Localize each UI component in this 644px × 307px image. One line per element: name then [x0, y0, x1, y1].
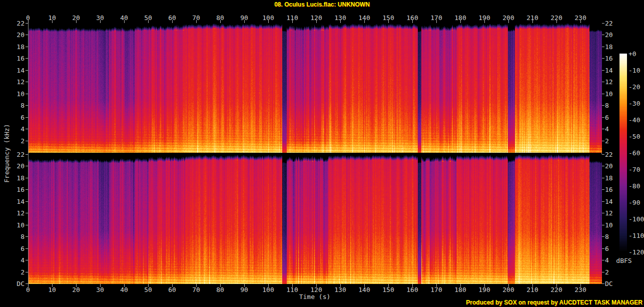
freq-tick-mark: [26, 105, 28, 106]
freq-tick-mark: [602, 283, 604, 284]
freq-tick-label: 2: [10, 138, 25, 144]
freq-tick-mark: [602, 178, 604, 178]
freq-tick-mark: [26, 47, 28, 47]
freq-tick-label: 4: [10, 126, 25, 132]
freq-tick-label: 2: [10, 269, 25, 275]
colorbar-tick-label: -120: [628, 249, 644, 255]
freq-tick-mark: [26, 201, 28, 202]
colorbar-tick-label: -20: [628, 84, 640, 90]
time-tick-label: 10: [48, 286, 56, 293]
time-tick-label: 30: [96, 286, 104, 293]
freq-tick-mark: [602, 154, 604, 155]
freq-tick-mark: [602, 248, 604, 249]
freq-tick-mark: [602, 141, 604, 141]
freq-tick-label: 6: [10, 114, 25, 121]
time-tick-label: 130: [334, 286, 346, 293]
freq-tick-mark: [602, 70, 604, 71]
freq-tick-label: 16: [605, 186, 613, 193]
freq-tick-mark: [26, 117, 28, 118]
colorbar-tick-label: -60: [628, 150, 640, 156]
colorbar-tick-label: -30: [628, 100, 640, 107]
freq-tick-mark: [26, 166, 28, 166]
colorbar-tick-label: -10: [628, 67, 640, 74]
freq-tick-label: 20: [605, 32, 613, 38]
freq-tick-mark: [26, 141, 28, 141]
freq-tick-label: 14: [10, 67, 25, 74]
time-tick-label: 90: [240, 286, 248, 293]
time-tick-label: 40: [120, 286, 128, 293]
freq-tick-label: 6: [10, 245, 25, 252]
time-tick-label: 100: [262, 286, 274, 293]
freq-tick-label: 8: [605, 233, 609, 240]
freq-tick-label: 12: [10, 210, 25, 216]
freq-tick-label: 22: [605, 20, 613, 27]
freq-tick-mark: [602, 129, 604, 129]
freq-tick-label: 2: [605, 269, 609, 275]
freq-tick-label: 18: [605, 44, 613, 50]
freq-tick-mark: [26, 236, 28, 237]
spectrogram-left-channel: [29, 23, 602, 153]
freq-tick-mark: [602, 82, 604, 82]
freq-tick-mark: [26, 23, 28, 24]
freq-tick-mark: [26, 129, 28, 129]
colorbar-tick-label: -110: [628, 232, 644, 239]
freq-tick-mark: [26, 189, 28, 190]
time-tick-label: 230: [574, 286, 586, 293]
freq-tick-mark: [602, 225, 604, 225]
freq-tick-mark: [26, 58, 28, 59]
time-axis-title: Time (s): [299, 293, 331, 300]
freq-tick-mark: [602, 58, 604, 59]
colorbar-tick-label: -100: [628, 216, 644, 222]
time-tick-label: 70: [192, 286, 200, 293]
freq-tick-label: 20: [10, 163, 25, 169]
freq-tick-label: 10: [10, 91, 25, 97]
time-tick-label: 50: [144, 286, 152, 293]
colorbar-tick-label: -40: [628, 117, 640, 123]
freq-tick-mark: [26, 178, 28, 178]
freq-tick-label: 14: [605, 67, 613, 74]
time-tick-label: 60: [168, 286, 176, 293]
freq-tick-mark: [602, 272, 604, 272]
freq-tick-label: 10: [10, 222, 25, 228]
freq-tick-label: 8: [10, 102, 25, 109]
freq-tick-label: 8: [10, 233, 25, 240]
freq-tick-mark: [26, 283, 28, 284]
time-tick-label: 140: [358, 286, 370, 293]
freq-tick-label: 4: [605, 126, 609, 132]
freq-tick-label: 14: [605, 198, 613, 205]
time-tick-label: 190: [478, 286, 490, 293]
freq-tick-label: 18: [605, 175, 613, 181]
freq-tick-label: 18: [10, 44, 25, 50]
freq-tick-label: 12: [10, 79, 25, 85]
freq-tick-label: DC: [605, 280, 613, 287]
time-tick-label: 0: [26, 286, 30, 293]
freq-tick-label: 22: [10, 20, 25, 27]
freq-tick-label: 12: [605, 210, 613, 216]
colorbar-tick-label: -80: [628, 183, 640, 189]
colorbar-unit-label: dBFS: [616, 257, 631, 264]
time-tick-label: 80: [216, 286, 224, 293]
freq-tick-label: 20: [605, 163, 613, 169]
freq-tick-label: 22: [605, 151, 613, 158]
freq-tick-mark: [602, 47, 604, 47]
freq-tick-mark: [26, 213, 28, 213]
freq-tick-mark: [602, 166, 604, 166]
freq-tick-label: 18: [10, 175, 25, 181]
time-tick-label: 20: [72, 286, 80, 293]
producer-credit: Produced by SOX on request by AUCDTECT T…: [466, 299, 642, 306]
freq-tick-label: 6: [605, 245, 609, 252]
time-tick-label: 180: [454, 286, 466, 293]
freq-tick-mark: [26, 70, 28, 71]
freq-tick-label: 4: [605, 257, 609, 263]
time-tick-label: 120: [310, 286, 322, 293]
colorbar-tick-label: +0: [628, 51, 636, 57]
freq-tick-label: 20: [10, 32, 25, 38]
time-tick-label: 110: [286, 286, 298, 293]
freq-tick-label: DC: [10, 280, 25, 287]
freq-tick-mark: [26, 272, 28, 272]
freq-tick-mark: [602, 201, 604, 202]
freq-tick-label: 6: [605, 114, 609, 121]
freq-tick-label: 10: [605, 222, 613, 228]
time-tick-label: 210: [526, 286, 538, 293]
freq-tick-label: 16: [10, 186, 25, 193]
